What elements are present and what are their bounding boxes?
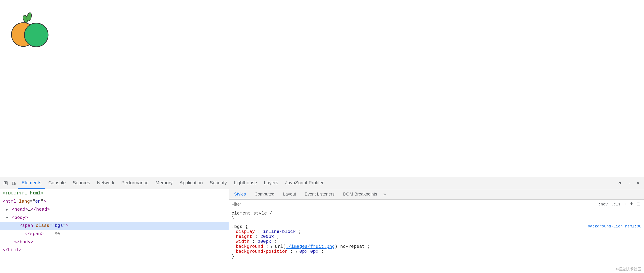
- tab-network[interactable]: Network: [94, 177, 118, 189]
- expand-triangle: ▼: [6, 216, 8, 220]
- more-options-button[interactable]: ⋮: [625, 179, 633, 187]
- tab-performance[interactable]: Performance: [118, 177, 152, 189]
- elements-panel: <!DOCTYPE html> <html lang="en"> ▶ <head…: [0, 189, 229, 273]
- css-prop-background: background : ▶ url(./images/fruit.png) n…: [232, 244, 642, 249]
- svg-rect-9: [631, 202, 632, 205]
- dom-span-close[interactable]: </span> == $0: [0, 230, 229, 238]
- devtools-body: <!DOCTYPE html> <html lang="en"> ▶ <head…: [0, 189, 644, 273]
- devtools-watermark: ©掘金技术社区: [616, 267, 642, 272]
- collapse-triangle: ▶: [6, 208, 8, 212]
- dom-body-open[interactable]: ▼ <body>: [0, 214, 229, 222]
- dom-doctype[interactable]: <!DOCTYPE html>: [0, 189, 229, 198]
- fruit-illustration: [9, 9, 50, 50]
- dom-span-bgs[interactable]: <span class="bgs">: [0, 222, 229, 230]
- browser-viewport: [0, 0, 644, 177]
- tab-layers[interactable]: Layers: [260, 177, 282, 189]
- more-tabs-button[interactable]: »: [382, 192, 388, 197]
- select-element-button[interactable]: [2, 179, 10, 187]
- new-rule-button[interactable]: [628, 202, 634, 207]
- cls-pseudo-button[interactable]: .cls: [610, 202, 622, 207]
- svg-point-2: [26, 12, 32, 21]
- element-style-rule: element.style { }: [232, 211, 642, 221]
- styles-subtab-styles[interactable]: Styles: [230, 189, 250, 199]
- tab-application[interactable]: Application: [176, 177, 206, 189]
- css-prop-background-position: background-position : ▶ 0px 0px ;: [232, 249, 642, 254]
- css-prop-height: height : 200px ;: [232, 234, 642, 239]
- css-prop-width: width : 200px ;: [232, 239, 642, 244]
- inspect-styles-button[interactable]: [635, 202, 642, 207]
- dom-html-open[interactable]: <html lang="en">: [0, 198, 229, 206]
- tab-lighthouse[interactable]: Lighthouse: [230, 177, 260, 189]
- devtools-tabs: Elements Console Sources Network Perform…: [18, 177, 616, 189]
- close-devtools-button[interactable]: ✕: [634, 179, 642, 187]
- styles-subtab-layout[interactable]: Layout: [279, 189, 300, 199]
- styles-tabs: Styles Computed Layout Event Listeners D…: [229, 189, 644, 200]
- devtools-panel: Elements Console Sources Network Perform…: [0, 177, 644, 273]
- styles-subtab-computed[interactable]: Computed: [250, 189, 278, 199]
- css-source-link[interactable]: background-…ion.html:38: [588, 224, 642, 229]
- tab-memory[interactable]: Memory: [152, 177, 176, 189]
- devtools-right-icons: ⋮ ✕: [616, 179, 642, 187]
- svg-rect-7: [14, 183, 15, 185]
- tab-elements[interactable]: Elements: [18, 177, 45, 189]
- dom-html-close[interactable]: </html>: [0, 246, 229, 254]
- svg-point-3: [24, 23, 48, 47]
- styles-panel: Styles Computed Layout Event Listeners D…: [229, 189, 644, 273]
- svg-rect-5: [5, 182, 6, 184]
- add-style-button[interactable]: +: [622, 202, 628, 207]
- tab-sources[interactable]: Sources: [69, 177, 94, 189]
- background-url-link[interactable]: ./images/fruit.png: [286, 244, 335, 249]
- tab-js-profiler[interactable]: JavaScript Profiler: [282, 177, 327, 189]
- styles-content: element.style { } .bgs { background-…ion…: [229, 209, 644, 273]
- hov-pseudo-button[interactable]: :hov: [597, 202, 609, 207]
- dom-head[interactable]: ▶ <head>…</head>: [0, 206, 229, 214]
- tab-console[interactable]: Console: [45, 177, 69, 189]
- bgs-rule: .bgs { background-…ion.html:38 display :…: [232, 224, 642, 259]
- tab-security[interactable]: Security: [206, 177, 230, 189]
- settings-button[interactable]: [616, 179, 624, 187]
- styles-filter-input[interactable]: [232, 202, 596, 207]
- css-prop-display: display : inline-block ;: [232, 229, 642, 234]
- styles-subtab-event-listeners[interactable]: Event Listeners: [300, 189, 339, 199]
- svg-rect-10: [637, 202, 640, 205]
- styles-toolbar: :hov .cls +: [229, 200, 644, 209]
- styles-subtab-dom-breakpoints[interactable]: DOM Breakpoints: [339, 189, 382, 199]
- dom-body-close[interactable]: </body>: [0, 238, 229, 246]
- device-toolbar-button[interactable]: [10, 179, 18, 187]
- devtools-toolbar: Elements Console Sources Network Perform…: [0, 177, 644, 189]
